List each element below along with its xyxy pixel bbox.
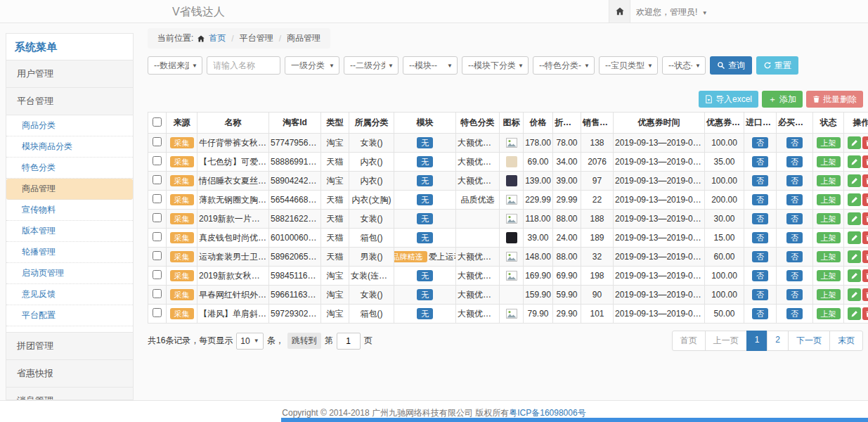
module-badge[interactable]: 无: [417, 194, 433, 205]
select-all-checkbox[interactable]: [153, 117, 162, 127]
bottom-scrollbar[interactable]: [281, 418, 868, 422]
edit-button[interactable]: [848, 307, 861, 320]
module-badge[interactable]: 无: [417, 308, 433, 319]
breadcrumb-home-link[interactable]: 首页: [209, 32, 226, 44]
row-checkbox[interactable]: [153, 137, 162, 146]
must-buy-badge[interactable]: 否: [786, 232, 803, 243]
must-buy-badge[interactable]: 否: [786, 156, 803, 167]
user-menu[interactable]: 欢迎您，管理员! ▼: [636, 6, 708, 18]
edit-button[interactable]: [848, 288, 861, 301]
module-badge[interactable]: 无: [417, 175, 433, 186]
delete-button[interactable]: [862, 155, 868, 168]
delete-button[interactable]: [862, 288, 868, 301]
filter-select[interactable]: --模块--▼: [403, 56, 458, 75]
icp-link[interactable]: 粤ICP备16098006号: [509, 408, 585, 418]
edit-button[interactable]: [848, 250, 861, 263]
delete-button[interactable]: [862, 174, 868, 187]
pager-button-2[interactable]: 2: [767, 331, 789, 351]
row-checkbox[interactable]: [153, 232, 162, 241]
must-buy-badge[interactable]: 否: [786, 213, 803, 224]
must-buy-badge[interactable]: 否: [786, 137, 803, 148]
jump-page-input[interactable]: [337, 333, 361, 350]
jump-button[interactable]: 跳转到: [287, 333, 321, 349]
sidebar-item-拼团管理[interactable]: 拼团管理: [6, 332, 133, 360]
row-checkbox[interactable]: [153, 213, 162, 222]
edit-button[interactable]: [848, 212, 861, 225]
row-checkbox[interactable]: [153, 308, 162, 317]
must-buy-badge[interactable]: 否: [786, 289, 803, 300]
pager-button-下一页[interactable]: 下一页: [788, 331, 830, 351]
sidebar-item-商品管理[interactable]: 商品管理: [6, 179, 133, 200]
sidebar-item-宣传物料[interactable]: 宣传物料: [6, 200, 133, 221]
module-badge[interactable]: 无: [417, 289, 433, 300]
edit-button[interactable]: [848, 231, 861, 244]
name-search-input[interactable]: [207, 56, 280, 75]
must-buy-badge[interactable]: 否: [786, 194, 803, 205]
edit-button[interactable]: [848, 136, 861, 149]
must-buy-badge[interactable]: 否: [786, 175, 803, 186]
import-select-badge[interactable]: 否: [752, 308, 768, 319]
status-badge[interactable]: 上架: [817, 156, 841, 167]
filter-select[interactable]: --数据来源--▼: [148, 56, 202, 75]
sidebar-item-平台配置[interactable]: 平台配置: [6, 305, 133, 326]
sidebar-item-模块商品分类[interactable]: 模块商品分类: [6, 136, 133, 158]
filter-select[interactable]: --模块下分类--▼: [462, 56, 529, 75]
sidebar-item-用户管理[interactable]: 用户管理: [6, 60, 133, 88]
must-buy-badge[interactable]: 否: [786, 270, 803, 281]
sidebar-item-版本管理[interactable]: 版本管理: [6, 221, 133, 242]
row-checkbox[interactable]: [153, 156, 162, 165]
query-button[interactable]: 查询: [710, 56, 752, 75]
status-badge[interactable]: 上架: [817, 137, 841, 148]
row-checkbox[interactable]: [153, 194, 162, 203]
must-buy-badge[interactable]: 否: [786, 308, 803, 319]
import-select-badge[interactable]: 否: [752, 289, 768, 300]
edit-button[interactable]: [848, 193, 861, 206]
import-select-badge[interactable]: 否: [752, 213, 768, 224]
import-select-badge[interactable]: 否: [752, 137, 768, 148]
status-badge[interactable]: 上架: [817, 194, 841, 205]
add-button[interactable]: ＋ 添加: [762, 91, 803, 108]
delete-button[interactable]: [862, 212, 868, 225]
import-select-badge[interactable]: 否: [752, 270, 768, 281]
sidebar-item-省惠快报[interactable]: 省惠快报: [6, 359, 133, 388]
pager-button-末页[interactable]: 末页: [829, 331, 863, 351]
delete-button[interactable]: [862, 231, 868, 244]
module-badge[interactable]: 无: [417, 270, 433, 281]
import-select-badge[interactable]: 否: [752, 232, 768, 243]
sidebar-item-意见反馈[interactable]: 意见反馈: [6, 284, 133, 305]
bulk-delete-button[interactable]: 批量删除: [806, 91, 863, 108]
import-select-badge[interactable]: 否: [752, 251, 768, 262]
sidebar-item-平台管理[interactable]: 平台管理: [6, 87, 133, 115]
module-badge[interactable]: 品牌精选: [394, 251, 427, 262]
status-badge[interactable]: 上架: [817, 308, 841, 319]
pager-button-1[interactable]: 1: [746, 331, 768, 351]
module-badge[interactable]: 无: [417, 156, 433, 167]
status-badge[interactable]: 上架: [817, 232, 841, 243]
row-checkbox[interactable]: [153, 270, 162, 279]
filter-select[interactable]: --状态--▼: [662, 56, 706, 75]
import-excel-button[interactable]: 导入excel: [699, 91, 758, 108]
edit-button[interactable]: [848, 174, 861, 187]
delete-button[interactable]: [862, 193, 868, 206]
sidebar-item-消息管理[interactable]: 消息管理: [6, 387, 133, 400]
filter-select[interactable]: --宝贝类型--▼: [599, 56, 658, 75]
delete-button[interactable]: [862, 250, 868, 263]
sidebar-item-商品分类[interactable]: 商品分类: [6, 115, 133, 136]
per-page-select[interactable]: 10 ▼: [236, 333, 263, 350]
filter-select[interactable]: 一级分类▼: [285, 56, 339, 75]
delete-button[interactable]: [862, 307, 868, 320]
pager-button-上一页[interactable]: 上一页: [705, 331, 747, 351]
delete-button[interactable]: [862, 269, 868, 282]
pager-button-首页[interactable]: 首页: [672, 331, 706, 351]
sidebar-item-特色分类[interactable]: 特色分类: [6, 158, 133, 179]
module-badge[interactable]: 无: [417, 137, 433, 148]
sidebar-item-启动页管理[interactable]: 启动页管理: [6, 263, 133, 284]
edit-button[interactable]: [848, 155, 861, 168]
status-badge[interactable]: 上架: [817, 213, 841, 224]
reset-button[interactable]: 重置: [756, 56, 798, 75]
module-badge[interactable]: 无: [417, 232, 433, 243]
home-button[interactable]: [609, 0, 630, 23]
delete-button[interactable]: [862, 136, 868, 149]
row-checkbox[interactable]: [153, 175, 162, 184]
status-badge[interactable]: 上架: [817, 289, 841, 300]
